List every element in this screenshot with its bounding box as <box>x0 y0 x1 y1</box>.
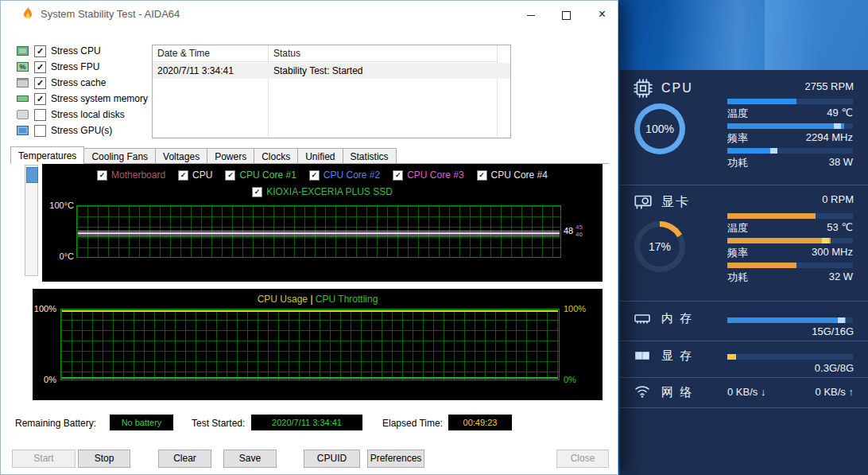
vram-bar <box>727 354 853 360</box>
legend-checkbox-motherboard[interactable]: ✓ <box>97 170 107 181</box>
cpu-usage-value: 100% <box>645 123 674 135</box>
legend-checkbox-core4[interactable]: ✓ <box>477 170 487 181</box>
maximize-button[interactable] <box>548 1 584 28</box>
chart-scrollbar-thumb[interactable] <box>26 167 38 183</box>
cpu-temp-bar <box>727 99 853 104</box>
elapsed-label: Elapsed Time: <box>382 418 443 429</box>
cpu-fan-rpm: 2755 RPM <box>805 80 854 92</box>
temp-trace <box>78 231 560 232</box>
elapsed-value: 00:49:23 <box>448 415 512 430</box>
test-started-label: Test Started: <box>192 418 245 429</box>
battery-label: Remaining Battery: <box>15 418 96 429</box>
gpu-section-label: 显卡 <box>661 194 690 211</box>
cpu-chip-icon <box>633 78 653 99</box>
cpu-temp-value: 49 ℃ <box>827 107 853 121</box>
cpu-usage-line <box>62 310 558 312</box>
network-down-value: 0 KB/s ↓ <box>727 386 765 398</box>
start-button[interactable]: Start <box>12 450 76 468</box>
clear-button[interactable]: Clear <box>158 450 211 468</box>
temp-secondary-value: 46 <box>575 231 583 238</box>
tab-powers[interactable]: Powers <box>207 148 254 164</box>
tab-strip: Temperatures Cooling Fans Voltages Power… <box>10 146 396 164</box>
cpu-power-value: 38 W <box>829 156 853 170</box>
memory-bar <box>727 317 853 323</box>
gpu-card-icon <box>633 191 653 212</box>
gpu-freq-bar <box>727 238 853 243</box>
chart-scrollbar[interactable] <box>25 165 38 276</box>
cpu-power-row: 功耗 38 W <box>727 156 853 170</box>
stress-fpu-checkbox[interactable]: ✓ <box>34 61 46 73</box>
save-button[interactable]: Save <box>223 450 277 468</box>
log-row[interactable]: 2020/7/11 3:34:41 Stability Test: Starte… <box>153 63 510 79</box>
legend-checkbox-cpu[interactable]: ✓ <box>178 170 188 181</box>
legend-label-core4[interactable]: CPU Core #4 <box>491 169 548 181</box>
stress-fpu-label[interactable]: Stress FPU <box>51 61 99 72</box>
cpuid-button[interactable]: CPUID <box>304 450 360 468</box>
cpu-usage-gauge: 100% <box>634 103 685 154</box>
legend-label-ssd[interactable]: KIOXIA-EXCERIA PLUS SSD <box>266 186 393 197</box>
legend-label-core3[interactable]: CPU Core #3 <box>407 169 463 181</box>
stress-memory-checkbox[interactable]: ✓ <box>34 93 46 105</box>
stress-gpu-checkbox[interactable] <box>34 125 46 137</box>
memory-icon <box>633 309 652 328</box>
stress-disks-checkbox[interactable] <box>34 109 46 121</box>
title-bar[interactable]: System Stability Test - AIDA64 × <box>1 1 618 28</box>
stop-button[interactable]: Stop <box>78 450 130 468</box>
legend-label-core2[interactable]: CPU Core #2 <box>324 169 380 181</box>
tab-cooling-fans[interactable]: Cooling Fans <box>83 148 156 164</box>
stress-cache-checkbox[interactable]: ✓ <box>34 77 46 89</box>
cache-stress-icon <box>17 78 29 88</box>
usage-axis-max-right: 100% <box>564 304 586 313</box>
tab-unified[interactable]: Unified <box>297 148 343 164</box>
gpu-temp-label: 温度 <box>727 221 748 236</box>
minimize-button[interactable] <box>513 1 548 28</box>
legend-checkbox-core3[interactable]: ✓ <box>393 170 403 181</box>
screen: CPU 2755 RPM 100% 温度 49 ℃ 频率 2294 MHz 功耗 <box>0 0 868 475</box>
tab-voltages[interactable]: Voltages <box>155 148 207 164</box>
cpu-freq-bar <box>727 123 853 129</box>
tab-temperatures[interactable]: Temperatures <box>10 146 84 164</box>
column-header-status[interactable]: Status <box>269 45 498 62</box>
legend-checkbox-ssd[interactable]: ✓ <box>252 187 262 197</box>
stress-gpu-label[interactable]: Stress GPU(s) <box>51 125 112 136</box>
stress-disks-label[interactable]: Stress local disks <box>51 109 125 120</box>
column-header-datetime[interactable]: Date & Time <box>153 45 268 62</box>
stress-cpu-label[interactable]: Stress CPU <box>51 45 101 56</box>
cpu-stress-icon <box>17 46 29 56</box>
cpu-freq-row: 频率 2294 MHz <box>727 131 853 146</box>
temperature-legend-row1: ✓Motherboard ✓CPU ✓CPU Core #1 ✓CPU Core… <box>42 169 603 181</box>
preferences-button[interactable]: Preferences <box>367 450 424 468</box>
legend-label-motherboard[interactable]: Motherboard <box>111 169 165 181</box>
gpu-power-value: 32 W <box>829 271 853 285</box>
temperature-chart: ✓Motherboard ✓CPU ✓CPU Core #1 ✓CPU Core… <box>42 164 603 282</box>
gpu-temp-value: 53 ℃ <box>827 221 853 236</box>
test-started-value: 2020/7/11 3:34:41 <box>251 415 362 430</box>
legend-label-core1[interactable]: CPU Core #1 <box>239 169 296 181</box>
legend-checkbox-core2[interactable]: ✓ <box>309 170 320 181</box>
temp-current-value: 48 <box>564 226 573 236</box>
gpu-freq-label: 频率 <box>727 246 748 260</box>
temp-secondary-value: 45 <box>575 224 583 231</box>
cpu-temp-label: 温度 <box>727 107 748 121</box>
gpu-freq-value: 300 MHz <box>812 246 853 260</box>
vram-section-label: 显 存 <box>661 348 693 364</box>
stress-memory-label[interactable]: Stress system memory <box>51 93 148 104</box>
temperature-legend-row2: ✓KIOXIA-EXCERIA PLUS SSD <box>42 186 603 197</box>
usage-title-left: CPU Usage <box>258 294 308 305</box>
log-datetime: 2020/7/11 3:34:41 <box>157 63 234 79</box>
gpu-usage-gauge: 17% <box>634 221 685 272</box>
close-window-button[interactable]: Close <box>556 450 609 468</box>
legend-label-cpu[interactable]: CPU <box>192 169 212 181</box>
memory-stress-icon <box>17 95 29 102</box>
stress-cpu-checkbox[interactable]: ✓ <box>34 45 46 57</box>
aida64-window: System Stability Test - AIDA64 × ✓ Stres… <box>0 0 618 475</box>
tab-clocks[interactable]: Clocks <box>254 148 298 164</box>
stress-cache-label[interactable]: Stress cache <box>51 77 106 88</box>
cpu-power-bar <box>727 148 853 154</box>
tab-statistics[interactable]: Statistics <box>343 148 397 164</box>
legend-checkbox-core1[interactable]: ✓ <box>225 170 235 181</box>
cpu-throttling-line <box>62 377 558 379</box>
gpu-temp-bar <box>727 213 853 219</box>
close-button[interactable]: × <box>584 1 620 28</box>
disk-stress-icon <box>17 110 29 119</box>
